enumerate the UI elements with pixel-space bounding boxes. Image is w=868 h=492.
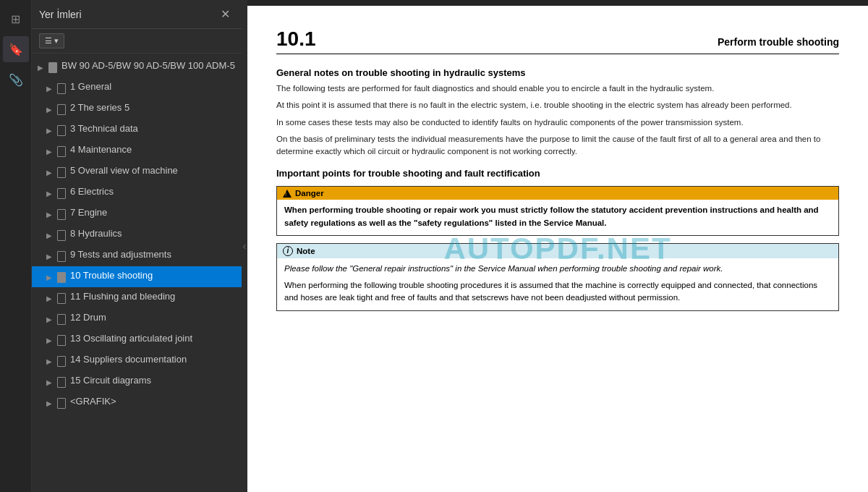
- tree-bookmark-tests[interactable]: [55, 249, 68, 263]
- tree-bookmark-maintenance[interactable]: [55, 144, 68, 158]
- tree-bookmark-series5[interactable]: [55, 102, 68, 116]
- tree-bookmark-engine[interactable]: [55, 207, 68, 221]
- tree-arrow-drum[interactable]: ▶: [43, 312, 55, 326]
- paragraph-4: On the basis of preliminary tests the in…: [276, 133, 839, 158]
- sidebar-content: ▶BW 90 AD-5/BW 90 AD-5/BW 100 ADM-5▶1 Ge…: [32, 54, 242, 492]
- attachments-icon: 📎: [9, 73, 23, 87]
- bookmark-icon-grafik: [57, 398, 66, 409]
- tree-bookmark-general[interactable]: [55, 81, 68, 96]
- tree-label-overall: 5 Overall view of machine: [68, 164, 236, 177]
- bookmark-icon-oscillating: [57, 335, 66, 346]
- tree-arrow-circuit[interactable]: ▶: [43, 375, 55, 389]
- tree-bookmark-technical[interactable]: [55, 123, 68, 137]
- tree-arrow-grafik[interactable]: ▶: [43, 396, 55, 410]
- tree-bookmark-hydraulics[interactable]: [55, 228, 68, 242]
- bookmark-icon-circuit: [57, 377, 66, 388]
- note-label: Note: [297, 247, 315, 255]
- tree-item-circuit[interactable]: ▶15 Circuit diagrams: [32, 371, 242, 392]
- close-sidebar-button[interactable]: ✕: [216, 6, 234, 22]
- main-content: AUTOPDF.NET 10.1 Perform trouble shootin…: [247, 0, 868, 492]
- tree-item-oscillating[interactable]: ▶13 Oscillating articulated joint: [32, 329, 242, 350]
- resize-handle[interactable]: [242, 0, 247, 492]
- tree-label-general: 1 General: [68, 80, 236, 93]
- pages-icon-btn[interactable]: ⊞: [3, 6, 29, 32]
- tree-arrow-oscillating[interactable]: ▶: [43, 333, 55, 347]
- tree-label-bw90: BW 90 AD-5/BW 90 AD-5/BW 100 ADM-5: [59, 59, 236, 72]
- tree-arrow-suppliers[interactable]: ▶: [43, 354, 55, 368]
- view-toggle-icon: ☰: [45, 36, 52, 46]
- tree-item-suppliers[interactable]: ▶14 Suppliers documentation: [32, 350, 242, 371]
- danger-label: Danger: [295, 189, 324, 198]
- bookmarks-icon-btn[interactable]: 🔖: [3, 36, 29, 62]
- document-area[interactable]: AUTOPDF.NET 10.1 Perform trouble shootin…: [247, 6, 868, 492]
- tree-bookmark-flushing[interactable]: [55, 291, 68, 305]
- bookmark-icon-suppliers: [57, 356, 66, 367]
- note-header: i Note: [277, 244, 838, 258]
- tree-item-maintenance[interactable]: ▶4 Maintenance: [32, 140, 242, 161]
- bookmark-icon-drum: [57, 314, 66, 325]
- tree-arrow-technical[interactable]: ▶: [43, 123, 55, 137]
- tree-arrow-series5[interactable]: ▶: [43, 102, 55, 116]
- danger-header: Danger: [277, 187, 838, 200]
- tree-bookmark-oscillating[interactable]: [55, 333, 68, 347]
- tree-label-circuit: 15 Circuit diagrams: [68, 374, 236, 387]
- top-bar: [247, 0, 868, 6]
- tree-bookmark-bw90[interactable]: [46, 60, 59, 75]
- paragraph-3: In some cases these tests may also be co…: [276, 116, 839, 129]
- tree-item-tests[interactable]: ▶9 Tests and adjustments: [32, 245, 242, 266]
- danger-triangle-icon: [283, 190, 292, 198]
- tree-arrow-tests[interactable]: ▶: [43, 249, 55, 263]
- tree-item-engine[interactable]: ▶7 Engine: [32, 203, 242, 224]
- tree-item-bw90[interactable]: ▶BW 90 AD-5/BW 90 AD-5/BW 100 ADM-5: [32, 56, 242, 77]
- paragraph-2: At this point it is assumed that there i…: [276, 99, 839, 111]
- bookmark-icon-overall: [57, 167, 66, 178]
- tree-arrow-engine[interactable]: ▶: [43, 207, 55, 221]
- bookmark-icon-electrics: [57, 188, 66, 199]
- tree-item-flushing[interactable]: ▶11 Flushing and bleeding: [32, 287, 242, 308]
- icon-panel: ⊞ 🔖 📎: [0, 0, 32, 492]
- section-number: 10.1: [276, 27, 316, 51]
- bookmark-icon-maintenance: [57, 146, 66, 157]
- tree-item-series5[interactable]: ▶2 The series 5: [32, 98, 242, 119]
- tree-bookmark-drum[interactable]: [55, 312, 68, 326]
- tree-bookmark-suppliers[interactable]: [55, 354, 68, 368]
- tree-arrow-flushing[interactable]: ▶: [43, 291, 55, 305]
- tree-label-technical: 3 Technical data: [68, 122, 236, 135]
- note-italic-text: Please follow the "General repair instru…: [277, 258, 838, 310]
- tree-bookmark-overall[interactable]: [55, 165, 68, 179]
- tree-item-overall[interactable]: ▶5 Overall view of machine: [32, 161, 242, 182]
- tree-bookmark-trouble[interactable]: [55, 270, 68, 284]
- sidebar: Yer İmleri ✕ ☰ ▾ ▶BW 90 AD-5/BW 90 AD-5/…: [32, 0, 242, 492]
- tree-item-electrics[interactable]: ▶6 Electrics: [32, 182, 242, 203]
- sidebar-header: Yer İmleri ✕: [32, 0, 242, 29]
- view-toggle-button[interactable]: ☰ ▾: [39, 33, 64, 48]
- bookmark-icon-tests: [57, 251, 66, 262]
- section-title: Perform trouble shooting: [718, 36, 839, 48]
- tree-arrow-overall[interactable]: ▶: [43, 165, 55, 179]
- tree-bookmark-electrics[interactable]: [55, 186, 68, 200]
- doc-header: 10.1 Perform trouble shooting: [276, 27, 839, 54]
- tree-item-drum[interactable]: ▶12 Drum: [32, 308, 242, 329]
- subheading: Important points for trouble shooting an…: [276, 168, 839, 179]
- attachments-icon-btn[interactable]: 📎: [3, 67, 29, 93]
- tree-arrow-trouble[interactable]: ▶: [43, 270, 55, 284]
- tree-arrow-electrics[interactable]: ▶: [43, 186, 55, 200]
- danger-body: When performing trouble shooting or repa…: [277, 200, 838, 235]
- bookmark-icon-flushing: [57, 293, 66, 304]
- tree-item-trouble[interactable]: ▶10 Trouble shooting: [32, 266, 242, 287]
- tree-arrow-hydraulics[interactable]: ▶: [43, 228, 55, 242]
- bookmark-icon-engine: [57, 209, 66, 220]
- tree-item-grafik[interactable]: ▶<GRAFIK>: [32, 392, 242, 413]
- tree-arrow-general[interactable]: ▶: [43, 81, 55, 96]
- tree-arrow-bw90[interactable]: ▶: [35, 60, 46, 75]
- tree-arrow-maintenance[interactable]: ▶: [43, 144, 55, 158]
- note-box: i Note Please follow the "General repair…: [276, 243, 839, 311]
- tree-label-maintenance: 4 Maintenance: [68, 143, 236, 156]
- tree-item-general[interactable]: ▶1 General: [32, 77, 242, 98]
- tree-bookmark-grafik[interactable]: [55, 396, 68, 410]
- tree-bookmark-circuit[interactable]: [55, 375, 68, 389]
- tree-item-technical[interactable]: ▶3 Technical data: [32, 119, 242, 140]
- tree-label-flushing: 11 Flushing and bleeding: [68, 290, 236, 303]
- tree-item-hydraulics[interactable]: ▶8 Hydraulics: [32, 224, 242, 245]
- tree-label-hydraulics: 8 Hydraulics: [68, 227, 236, 240]
